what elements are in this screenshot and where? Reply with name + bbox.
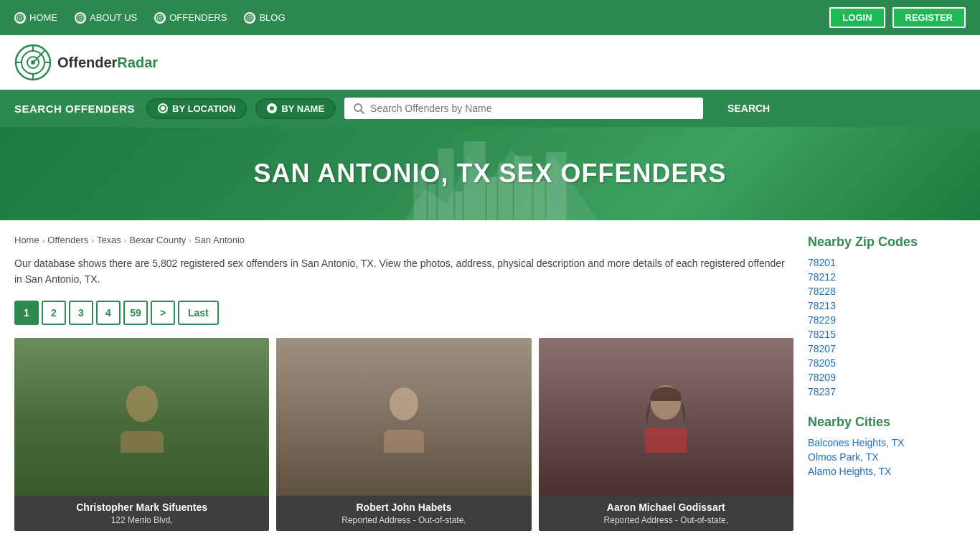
content-left: Home › Offenders › Texas › Bexar County … <box>14 235 808 531</box>
zip-link-2[interactable]: 78228 <box>808 286 836 297</box>
logo-bar: OffenderRadar <box>0 35 980 90</box>
zip-link-5[interactable]: 78215 <box>808 329 836 340</box>
nav-home[interactable]: ◎ HOME <box>14 12 57 24</box>
breadcrumb-sep-3: › <box>124 236 127 245</box>
breadcrumb-bexar[interactable]: Bexar County <box>130 235 187 245</box>
page-btn-2[interactable]: 2 <box>42 301 66 325</box>
page-btn-59[interactable]: 59 <box>123 301 148 325</box>
auth-buttons: LOGIN REGISTER <box>829 7 966 28</box>
zip-item-9: 78237 <box>808 386 966 397</box>
svg-rect-14 <box>384 430 424 453</box>
search-input[interactable] <box>370 103 694 114</box>
by-name-radio-circle <box>267 103 277 113</box>
zip-link-3[interactable]: 78213 <box>808 300 836 311</box>
by-name-label: BY NAME <box>281 103 324 114</box>
svg-rect-12 <box>121 431 164 453</box>
by-location-radio-circle <box>158 103 168 113</box>
nav-about[interactable]: ◎ ABOUT US <box>75 12 137 24</box>
offender-name-0: Christopher Mark Sifuentes <box>22 501 262 513</box>
breadcrumb-san-antonio[interactable]: San Antonio <box>194 235 245 245</box>
offender-address-2: Reported Address - Out-of-state, <box>546 515 786 525</box>
zip-item-8: 78209 <box>808 372 966 383</box>
sidebar-zip-section: Nearby Zip Codes 78201 78212 78228 78213… <box>808 235 966 397</box>
offender-card-0[interactable]: Christopher Mark Sifuentes 122 Menlo Blv… <box>14 338 269 531</box>
offender-address-0: 122 Menlo Blvd, <box>22 515 262 525</box>
sidebar-city-title: Nearby Cities <box>808 415 966 430</box>
pagination: 1 2 3 4 59 > Last <box>14 301 793 325</box>
description-text: Our database shows there are 5,802 regis… <box>14 255 793 288</box>
logo[interactable]: OffenderRadar <box>14 44 158 81</box>
search-label: SEARCH OFFENDERS <box>14 103 135 115</box>
zip-item-4: 78229 <box>808 314 966 326</box>
breadcrumb-sep-1: › <box>42 236 45 245</box>
city-link-2[interactable]: Alamo Heights, TX <box>808 466 891 477</box>
login-button[interactable]: LOGIN <box>829 7 885 28</box>
nav-offenders[interactable]: ◎ OFFENDERS <box>154 12 227 24</box>
nav-home-icon: ◎ <box>14 12 26 24</box>
zip-link-0[interactable]: 78201 <box>808 257 836 268</box>
sidebar: Nearby Zip Codes 78201 78212 78228 78213… <box>808 235 966 531</box>
breadcrumb-texas[interactable]: Texas <box>97 235 121 245</box>
offender-info-1: Robert John Habets Reported Address - Ou… <box>276 496 531 531</box>
svg-rect-16 <box>645 428 687 453</box>
zip-link-9[interactable]: 78237 <box>808 386 836 397</box>
by-location-label: BY LOCATION <box>172 103 235 114</box>
breadcrumb-sep-4: › <box>189 236 192 245</box>
svg-point-13 <box>390 387 418 420</box>
svg-point-11 <box>126 386 158 422</box>
zip-link-7[interactable]: 78205 <box>808 357 836 369</box>
offender-info-0: Christopher Mark Sifuentes 122 Menlo Blv… <box>14 496 269 531</box>
offender-name-1: Robert John Habets <box>283 501 524 513</box>
page-btn-4[interactable]: 4 <box>96 301 121 325</box>
city-item-0: Balcones Heights, TX <box>808 437 966 448</box>
offender-grid: Christopher Mark Sifuentes 122 Menlo Blv… <box>14 338 793 531</box>
nav-blog[interactable]: ◎ BLOG <box>244 12 285 24</box>
logo-text: OffenderRadar <box>57 55 158 71</box>
hero-title: SAN ANTONIO, TX SEX OFFENDERS <box>253 159 726 189</box>
offender-info-2: Aaron Michael Godissart Reported Address… <box>539 496 793 531</box>
nav-links: ◎ HOME ◎ ABOUT US ◎ OFFENDERS ◎ BLOG <box>14 12 286 24</box>
zip-list: 78201 78212 78228 78213 78229 78215 7820… <box>808 257 966 397</box>
zip-link-1[interactable]: 78212 <box>808 271 836 283</box>
offender-address-1: Reported Address - Out-of-state, <box>283 515 524 525</box>
zip-link-4[interactable]: 78229 <box>808 314 836 326</box>
breadcrumb-sep-2: › <box>91 236 94 245</box>
zip-item-5: 78215 <box>808 329 966 340</box>
zip-item-1: 78212 <box>808 271 966 283</box>
city-link-1[interactable]: Olmos Park, TX <box>808 451 879 463</box>
search-input-container <box>344 98 703 119</box>
page-btn-last[interactable]: Last <box>178 301 219 325</box>
breadcrumb-offenders[interactable]: Offenders <box>47 235 88 245</box>
zip-item-6: 78207 <box>808 343 966 354</box>
sidebar-zip-title: Nearby Zip Codes <box>808 235 966 250</box>
offender-photo-2 <box>539 338 793 496</box>
page-btn-next[interactable]: > <box>151 301 175 325</box>
hero-banner: SAN ANTONIO, TX SEX OFFENDERS <box>0 127 980 220</box>
search-icon <box>353 103 364 114</box>
offender-photo-0 <box>14 338 269 496</box>
page-btn-3[interactable]: 3 <box>69 301 93 325</box>
nav-blog-icon: ◎ <box>244 12 255 24</box>
nav-about-icon: ◎ <box>75 12 86 24</box>
sidebar-city-section: Nearby Cities Balcones Heights, TX Olmos… <box>808 415 966 477</box>
svg-line-9 <box>361 110 364 113</box>
zip-item-7: 78205 <box>808 357 966 369</box>
zip-item-3: 78213 <box>808 300 966 311</box>
top-nav: ◎ HOME ◎ ABOUT US ◎ OFFENDERS ◎ BLOG LOG… <box>0 0 980 35</box>
zip-item-0: 78201 <box>808 257 966 268</box>
offender-card-1[interactable]: Robert John Habets Reported Address - Ou… <box>276 338 531 531</box>
zip-link-8[interactable]: 78209 <box>808 372 836 383</box>
city-link-0[interactable]: Balcones Heights, TX <box>808 437 904 448</box>
register-button[interactable]: REGISTER <box>892 7 966 28</box>
breadcrumb-home[interactable]: Home <box>14 235 39 245</box>
nav-offenders-icon: ◎ <box>154 12 166 24</box>
search-button[interactable]: SEARCH <box>712 97 786 120</box>
city-item-2: Alamo Heights, TX <box>808 466 966 477</box>
search-bar: SEARCH OFFENDERS BY LOCATION BY NAME SEA… <box>0 90 980 127</box>
zip-link-6[interactable]: 78207 <box>808 343 836 354</box>
offender-card-2[interactable]: Aaron Michael Godissart Reported Address… <box>539 338 793 531</box>
by-location-radio[interactable]: BY LOCATION <box>146 98 247 119</box>
by-name-radio[interactable]: BY NAME <box>255 98 336 119</box>
city-item-1: Olmos Park, TX <box>808 451 966 463</box>
page-btn-1[interactable]: 1 <box>14 301 39 325</box>
